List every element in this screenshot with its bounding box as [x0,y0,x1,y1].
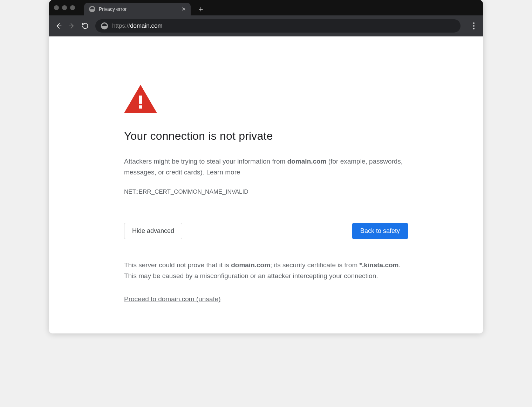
url-text: https://domain.com [112,22,163,29]
close-tab-icon[interactable]: ✕ [181,6,186,12]
error-description: Attackers might be trying to steal your … [124,156,408,178]
window-close-dot[interactable] [54,5,59,10]
adv-pre: This server could not prove that it is [124,261,231,269]
globe-icon [89,6,95,12]
window-zoom-dot[interactable] [70,5,75,10]
browser-tab[interactable]: Privacy error ✕ [84,3,191,15]
button-row: Hide advanced Back to safety [124,223,408,239]
back-to-safety-button[interactable]: Back to safety [352,223,408,239]
url-scheme: https:// [112,22,130,29]
window-controls [54,0,75,15]
page-viewport: Your connection is not private Attackers… [49,36,483,333]
titlebar: Privacy error ✕ ＋ [49,0,483,15]
browser-window: Privacy error ✕ ＋ https://domain.com [49,0,483,333]
adv-domain: domain.com [231,261,270,269]
reload-button[interactable] [81,21,90,30]
back-button[interactable] [54,21,63,30]
adv-cert-domain: *.kinsta.com [360,261,399,269]
address-bar[interactable]: https://domain.com [95,19,461,33]
hide-advanced-button[interactable]: Hide advanced [124,223,182,239]
warning-triangle-icon [124,85,157,113]
proceed-unsafe-link[interactable]: Proceed to domain.com (unsafe) [124,295,221,303]
new-tab-button[interactable]: ＋ [197,3,205,15]
error-headline: Your connection is not private [124,130,408,143]
toolbar: https://domain.com [49,15,483,36]
advanced-details: This server could not prove that it is d… [124,260,408,282]
browser-menu-button[interactable] [470,22,478,29]
svg-rect-4 [139,105,142,109]
ssl-interstitial: Your connection is not private Attackers… [124,36,408,303]
error-code: NET::ERR_CERT_COMMON_NAME_INVALID [124,188,408,195]
desc-domain: domain.com [287,158,327,165]
tab-title: Privacy error [99,6,177,12]
site-info-icon[interactable] [101,22,108,29]
learn-more-link[interactable]: Learn more [206,168,240,176]
url-domain: domain.com [130,22,163,29]
svg-rect-3 [139,96,142,104]
adv-mid: ; its security certificate is from [270,261,359,269]
window-minimize-dot[interactable] [62,5,67,10]
forward-button[interactable] [67,21,76,30]
desc-prefix: Attackers might be trying to steal your … [124,158,287,165]
